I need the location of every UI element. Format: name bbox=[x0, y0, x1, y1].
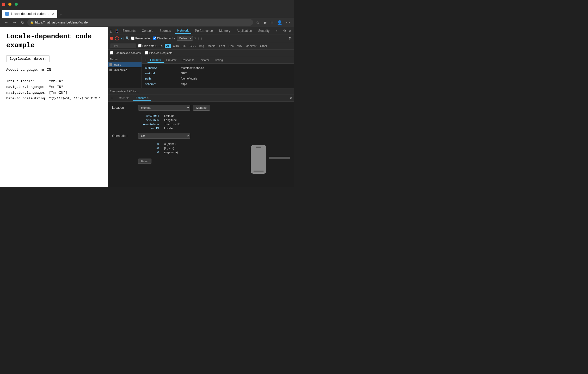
new-tab-btn[interactable]: + bbox=[57, 12, 64, 18]
filter-input[interactable] bbox=[110, 44, 136, 48]
preserve-log-checkbox[interactable]: Preserve log bbox=[131, 37, 151, 40]
location-select[interactable]: Mumbai bbox=[138, 105, 190, 111]
hide-data-urls-checkbox[interactable]: Hide data URLs bbox=[138, 44, 163, 47]
active-tab[interactable]: Locale-dependent code example × bbox=[2, 10, 57, 18]
network-settings-btn[interactable]: ⚙ bbox=[289, 36, 292, 40]
download-icon[interactable]: ↓ bbox=[201, 36, 203, 40]
tab-memory[interactable]: Memory bbox=[217, 28, 233, 34]
phone-visual bbox=[251, 145, 266, 174]
filter-img[interactable]: Img bbox=[198, 44, 205, 48]
timezone-row: Asia/Kolkata Timezone ID bbox=[138, 123, 290, 126]
bottom-more-btn[interactable]: ⋯ bbox=[110, 95, 115, 101]
tab-close-btn[interactable]: × bbox=[52, 12, 54, 16]
bookmark-btn[interactable]: ★ bbox=[262, 19, 268, 26]
bottom-sensors-tab[interactable]: Sensors × bbox=[133, 95, 151, 101]
devtools-inspect-icon[interactable]: ⬚ bbox=[110, 29, 113, 33]
clear-btn[interactable]: 🚫 bbox=[115, 36, 119, 40]
orientation-select[interactable]: Off bbox=[138, 133, 190, 139]
orientation-label: Orientation bbox=[112, 134, 136, 138]
request-list-header: Name bbox=[108, 56, 142, 62]
tab-application[interactable]: Application bbox=[234, 28, 255, 34]
extensions-btn[interactable]: ⊞ bbox=[270, 19, 274, 26]
reset-btn[interactable]: Reset bbox=[138, 159, 151, 164]
bottom-panel-close-btn[interactable]: × bbox=[290, 96, 292, 100]
manage-btn[interactable]: Manage bbox=[193, 105, 210, 111]
beta-label: β (beta) bbox=[164, 147, 174, 150]
code-line-3: Intl.* locale: "mr-IN" bbox=[6, 79, 102, 84]
devtools-settings-btn[interactable]: ⚙ bbox=[282, 28, 287, 34]
tab-console[interactable]: Console bbox=[139, 28, 156, 34]
tab-security[interactable]: Security bbox=[256, 28, 272, 34]
tab-sources[interactable]: Sources bbox=[157, 28, 174, 34]
tab-more[interactable]: » bbox=[273, 28, 280, 34]
menu-btn[interactable]: ⋯ bbox=[285, 19, 291, 26]
profile-btn[interactable]: 👤 bbox=[276, 19, 283, 26]
headers-close-btn[interactable]: × bbox=[143, 57, 148, 63]
code-line-5: navigator.languages: ["mr-IN"] bbox=[6, 90, 102, 96]
code-line-6: Date#toLocaleString: "९९/११/२०१६, ११:४२:… bbox=[6, 96, 102, 101]
h-tab-preview[interactable]: Preview bbox=[164, 57, 179, 63]
tab-elements[interactable]: Elements bbox=[120, 28, 138, 34]
filter-doc[interactable]: Doc bbox=[227, 44, 235, 48]
filter-xhr[interactable]: XHR bbox=[172, 44, 181, 48]
minimize-window-btn[interactable] bbox=[8, 3, 11, 6]
header-scheme: :scheme: https bbox=[144, 81, 291, 87]
network-content: Name locale favicon.ico bbox=[108, 56, 294, 88]
filter-css[interactable]: CSS bbox=[188, 44, 197, 48]
throttle-select[interactable]: Online bbox=[177, 36, 193, 41]
search-btn[interactable]: 🔍 bbox=[125, 36, 130, 40]
devtools-close-btn[interactable]: × bbox=[288, 28, 292, 34]
filter-ws[interactable]: WS bbox=[236, 44, 243, 48]
bottom-console-tab[interactable]: Console bbox=[116, 95, 132, 101]
blocked-requests-checkbox[interactable]: Blocked Requests bbox=[145, 51, 173, 55]
beta-row: 90 β (beta) bbox=[138, 147, 246, 150]
devtools-device-icon[interactable]: 📱 bbox=[114, 29, 119, 33]
has-blocked-cookies-checkbox[interactable]: Has blocked cookies bbox=[110, 51, 141, 55]
filter-media[interactable]: Media bbox=[206, 44, 217, 48]
forward-btn[interactable]: → bbox=[11, 19, 18, 26]
close-window-btn[interactable] bbox=[2, 3, 5, 6]
filter-manifest[interactable]: Manifest bbox=[244, 44, 258, 48]
refresh-btn[interactable]: ↻ bbox=[20, 19, 25, 26]
maximize-window-btn[interactable] bbox=[15, 3, 18, 6]
back-btn[interactable]: ← bbox=[3, 19, 9, 26]
gamma-value: 0 bbox=[138, 151, 159, 154]
sensors-section: ⋯ Console Sensors × × Location Mumbai bbox=[108, 94, 294, 187]
filter-icon[interactable]: ⊲ bbox=[121, 36, 124, 40]
longitude-row: 72.877656 Longitude bbox=[138, 118, 290, 122]
locale-value: mr_IN bbox=[138, 127, 159, 130]
beta-value: 90 bbox=[138, 147, 159, 150]
request-item-favicon[interactable]: favicon.ico bbox=[108, 67, 142, 73]
location-row: Location Mumbai Manage bbox=[112, 105, 290, 111]
code-button[interactable]: log(locale, date); bbox=[6, 55, 50, 62]
browser-content: Locale-dependent code example log(locale… bbox=[0, 27, 294, 187]
longitude-label: Longitude bbox=[164, 118, 177, 122]
sensors-tab-close[interactable]: × bbox=[147, 96, 149, 99]
request-item-locale[interactable]: locale bbox=[108, 62, 142, 67]
filter-all[interactable]: All bbox=[165, 44, 171, 48]
h-tab-headers[interactable]: Headers bbox=[148, 57, 164, 63]
locale-label: Locale bbox=[164, 127, 173, 130]
h-tab-initiator[interactable]: Initiator bbox=[197, 57, 212, 63]
filter-js[interactable]: JS bbox=[181, 44, 188, 48]
disable-cache-checkbox[interactable]: Disable cache bbox=[153, 37, 175, 40]
record-btn[interactable] bbox=[110, 37, 113, 40]
h-tab-timing[interactable]: Timing bbox=[212, 57, 225, 63]
page-code: Accept-Language: mr_IN Intl.* locale: "m… bbox=[6, 67, 102, 102]
address-bar[interactable]: 🔒 https://mathiasbynens.be/demo/locale bbox=[27, 19, 253, 26]
filter-font[interactable]: Font bbox=[218, 44, 226, 48]
timezone-value: Asia/Kolkata bbox=[138, 123, 159, 126]
orientation-section: 0 α (alpha) 90 β (beta) 0 γ (gamma) bbox=[112, 142, 290, 174]
h-tab-response[interactable]: Response bbox=[179, 57, 197, 63]
browser-window: Locale-dependent code example × + ← → ↻ … bbox=[0, 0, 294, 187]
tab-bar: Locale-dependent code example × + bbox=[0, 8, 294, 18]
star-btn[interactable]: ☆ bbox=[255, 19, 260, 26]
request-list: Name locale favicon.ico bbox=[108, 56, 142, 88]
tab-performance[interactable]: Performance bbox=[192, 28, 216, 34]
filter-bar: Hide data URLs All XHR JS CSS Img Media … bbox=[108, 42, 294, 50]
upload-icon[interactable]: ↑ bbox=[198, 36, 199, 40]
filter-other[interactable]: Other bbox=[259, 44, 269, 48]
timezone-label: Timezone ID bbox=[164, 123, 180, 126]
blocked-bar: Has blocked cookies Blocked Requests bbox=[108, 50, 294, 56]
tab-network[interactable]: Network bbox=[175, 28, 191, 34]
